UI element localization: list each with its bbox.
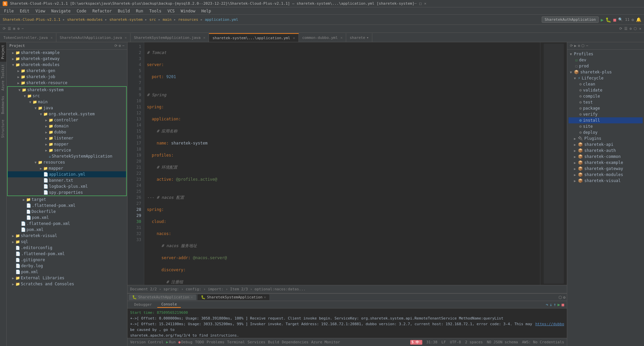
tree-item-visual[interactable]: ▶ 📁 sharetek-visual: [7, 233, 127, 239]
maven-settings[interactable]: ⚙: [578, 44, 580, 48]
debug-step-out[interactable]: ↑: [554, 302, 556, 307]
tab-application-yml[interactable]: sharetek-system\...\application.yml ✕: [209, 33, 299, 42]
menu-window[interactable]: Window: [178, 8, 198, 14]
debug-tab-close2[interactable]: ✕: [264, 295, 266, 299]
tree-item-gitignore[interactable]: ▶ 📄 .gitignore: [7, 257, 127, 263]
maven-common[interactable]: ▶ 📦 sharetek-common: [569, 154, 643, 160]
maven-clean[interactable]: ⚙ clean: [569, 81, 643, 87]
status-vcs[interactable]: Version Control: [130, 340, 163, 344]
maven-test[interactable]: ⚙ test: [569, 99, 643, 105]
maven-install[interactable]: ⚙ install: [569, 117, 643, 123]
tree-item-mapper2[interactable]: ▶ 📁 mapper: [8, 165, 126, 171]
menu-edit[interactable]: Edit: [17, 8, 32, 14]
tab-more-icon[interactable]: ▾: [367, 36, 369, 40]
close-icon[interactable]: ✕: [424, 1, 427, 6]
toolbar-sync2[interactable]: ⟳: [619, 26, 622, 31]
vertical-tab-bookmarks[interactable]: Bookmarks: [0, 93, 6, 117]
tree-item-listener[interactable]: ▶ 📁 listener: [8, 135, 126, 141]
tree-item-editorconfig[interactable]: ▶ 📄 .editorconfig: [7, 245, 127, 251]
maven-modules[interactable]: ▶ 📦 sharetek-modules: [569, 172, 643, 178]
tree-item-flat2[interactable]: ▶ 📄 .flattened-pom.xml: [7, 221, 127, 227]
maven-plugins[interactable]: ▶ 🔌 Plugins: [569, 135, 643, 141]
tree-item-resource[interactable]: ▶ 📁 sharetek-resource: [7, 80, 127, 86]
tree-item-spy[interactable]: ▶ 📄 spy.properties: [8, 189, 126, 195]
sidebar-close[interactable]: −: [122, 44, 124, 48]
menu-view[interactable]: View: [33, 8, 48, 14]
debug-button[interactable]: 🐛: [605, 17, 611, 22]
status-charset[interactable]: UTF-8: [450, 340, 461, 344]
status-build[interactable]: Build: [268, 340, 279, 344]
maven-run[interactable]: ▶: [574, 44, 577, 48]
maven-site[interactable]: ⚙ site: [569, 123, 643, 129]
maven-close[interactable]: −: [586, 44, 588, 48]
status-dependencies[interactable]: Dependencies: [282, 340, 308, 344]
status-todo[interactable]: TODO: [195, 340, 204, 344]
menu-code[interactable]: Code: [74, 8, 89, 14]
maven-sharetek-plus[interactable]: ▼ 📦 sharetek-plus: [569, 69, 643, 75]
status-line-col[interactable]: 31:38: [426, 340, 437, 344]
console-tab[interactable]: Console: [157, 301, 181, 308]
debug-tab-auth[interactable]: 🐛 SharetekAuthApplication ✕: [129, 294, 196, 300]
tree-item-derby[interactable]: ▶ 📄 derby.log: [7, 263, 127, 269]
sidebar-sync[interactable]: ⟳: [114, 44, 117, 48]
tree-item-pom2[interactable]: ▶ 📄 pom.xml: [7, 227, 127, 233]
minimize-icon[interactable]: ─: [414, 1, 417, 6]
maximize-icon[interactable]: □: [419, 1, 422, 6]
tree-item-resources[interactable]: ▼ 📁 resources: [8, 159, 126, 165]
maven-api[interactable]: ▶ 📦 sharetek-api: [569, 141, 643, 148]
debug-tab-close[interactable]: ✕: [191, 295, 193, 299]
toolbar-settings[interactable]: ⚙: [630, 26, 632, 31]
maven-profiles[interactable]: ▼ Profiles: [569, 51, 643, 57]
settings-icon2[interactable]: ⚙: [563, 295, 566, 300]
tree-item-service[interactable]: ▶ 📁 service: [8, 147, 126, 153]
maven-profile-dev[interactable]: ☑ dev: [569, 57, 643, 63]
status-region[interactable]: AWS: No Credentials: [522, 340, 564, 344]
tree-item-system[interactable]: ▼ 📁 sharetek-system: [8, 87, 126, 93]
run-config-select[interactable]: SharetekAuthApplication: [542, 16, 599, 23]
status-debug[interactable]: ● Debug: [178, 340, 193, 344]
tree-item-example[interactable]: ▶ 📁 sharetek-example: [7, 50, 127, 56]
tab-sharetekauth[interactable]: SharetekAuthApplication.java ✕: [56, 33, 130, 42]
menu-run[interactable]: Run: [133, 8, 146, 14]
maven-sync[interactable]: ⟳: [570, 44, 573, 48]
maven-expand[interactable]: ⬡: [581, 44, 585, 48]
debug-tab-system[interactable]: 🐛 SharetekSystemApplication ✕: [198, 294, 269, 300]
maven-auth[interactable]: ▶ 📦 sharetek-auth: [569, 148, 643, 154]
menu-file[interactable]: File: [1, 8, 16, 14]
tab-tokencontroller[interactable]: TokenController.java ✕: [0, 33, 56, 42]
tree-item-banner[interactable]: ▶ 📄 banner.txt: [8, 177, 126, 183]
debug-step-into[interactable]: ↓: [550, 302, 552, 307]
debug-step-over[interactable]: ↷: [546, 302, 548, 307]
menu-vcs[interactable]: VCS: [165, 8, 177, 14]
tab-close-1[interactable]: ✕: [125, 36, 127, 40]
toolbar-list2[interactable]: ☰: [624, 26, 628, 31]
maven-visual[interactable]: ▶ 📦 sharetek-visual: [569, 178, 643, 184]
expand-icon[interactable]: ⬡: [558, 295, 562, 300]
tree-item-main[interactable]: ▼ 📁 main: [8, 99, 126, 105]
code-content[interactable]: # Tomcat server: port: 9201 # Spring spr…: [144, 42, 540, 285]
maven-profile-prod[interactable]: ☐ prod: [569, 63, 643, 69]
vertical-tab-azure[interactable]: Azure Toolkit: [0, 62, 6, 93]
settings-icon[interactable]: ⚙: [632, 17, 634, 22]
tree-item-controller[interactable]: ▶ 📁 controller: [8, 117, 126, 123]
tree-item-pom3[interactable]: ▶ 📄 pom.xml: [7, 269, 127, 275]
collapse-icon[interactable]: −: [21, 26, 24, 31]
stop-button[interactable]: ■: [613, 17, 616, 22]
tab-shareteksystem[interactable]: SharetekSystemApplication.java ✕: [130, 33, 209, 42]
tree-item-domain[interactable]: ▶ 📁 domain: [8, 123, 126, 129]
menu-tools[interactable]: Tools: [147, 8, 164, 14]
maven-gateway[interactable]: ▶ 📦 sharetek-gateway: [569, 166, 643, 172]
status-problems[interactable]: Problems: [207, 340, 224, 344]
status-terminal[interactable]: Terminal: [227, 340, 245, 344]
tree-item-pom1[interactable]: ▶ 📄 pom.xml: [7, 215, 127, 221]
sidebar-cog[interactable]: ⚙: [119, 44, 121, 48]
list-icon[interactable]: ☰: [8, 26, 11, 31]
maven-deploy[interactable]: ⚙ deploy: [569, 129, 643, 135]
run-button[interactable]: ▶: [601, 17, 603, 22]
debug-resume[interactable]: ▶: [557, 302, 560, 307]
debugger-tab[interactable]: Debugger: [130, 302, 156, 307]
tree-item-scratches[interactable]: ▶ 📁 Scratches and Consoles: [7, 281, 127, 287]
maven-package[interactable]: ⚙ package: [569, 105, 643, 111]
tab-close-3[interactable]: ✕: [293, 36, 295, 40]
menu-navigate[interactable]: Navigate: [49, 8, 73, 14]
